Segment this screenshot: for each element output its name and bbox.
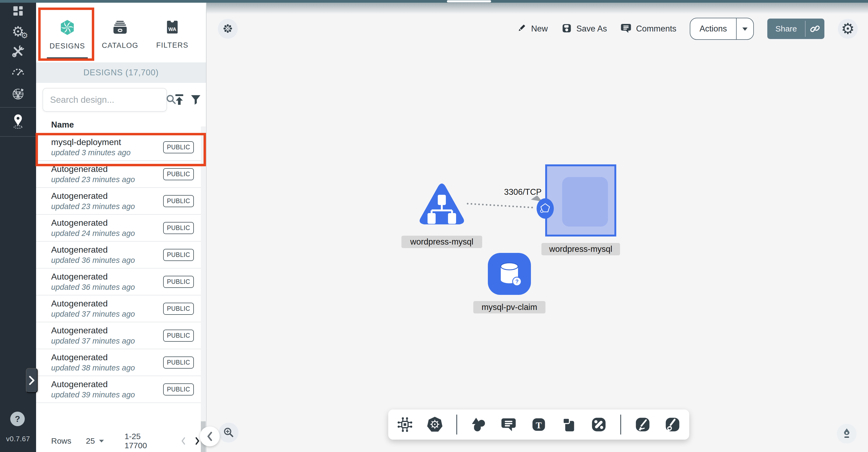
freehand-draw-tool-icon[interactable] bbox=[634, 416, 651, 433]
port-badge-icon[interactable] bbox=[536, 197, 554, 221]
performance-gauge-icon[interactable] bbox=[0, 64, 36, 79]
design-list-item[interactable]: Autogenerated updated 38 minutes ago PUB… bbox=[36, 349, 201, 376]
dock-divider bbox=[620, 415, 621, 434]
save-as-label: Save As bbox=[577, 24, 607, 34]
prev-page-icon[interactable] bbox=[180, 437, 187, 445]
edge-wordpress-to-deployment bbox=[468, 204, 535, 208]
chevron-left-icon bbox=[206, 431, 214, 442]
node-pvc-mysql-pv-claim[interactable]: ? bbox=[488, 253, 531, 295]
comment-tool-icon[interactable] bbox=[500, 416, 518, 433]
comments-label: Comments bbox=[636, 24, 676, 34]
publish-upload-icon[interactable] bbox=[172, 93, 186, 106]
comment-icon bbox=[620, 23, 631, 35]
notes-tool-icon[interactable] bbox=[560, 416, 578, 433]
design-list-item[interactable]: Autogenerated updated 36 minutes ago PUB… bbox=[36, 268, 201, 295]
design-list-item[interactable]: Autogenerated updated 37 minutes ago PUB… bbox=[36, 295, 201, 322]
list-scrollbar-track[interactable] bbox=[201, 126, 206, 452]
rows-label: Rows bbox=[51, 437, 71, 446]
lifecycle-gears-icon[interactable]: ⚙ ⚙ bbox=[0, 24, 36, 39]
design-name: Autogenerated bbox=[51, 218, 163, 228]
design-list-item[interactable]: Autogenerated updated 24 minutes ago PUB… bbox=[36, 215, 201, 241]
tab-filters[interactable]: WA FILTERS bbox=[146, 8, 199, 61]
design-list-item[interactable]: Autogenerated updated 37 minutes ago PUB… bbox=[36, 322, 201, 349]
visibility-badge: PUBLIC bbox=[163, 356, 194, 368]
zoom-in-icon bbox=[222, 426, 235, 439]
design-name: Autogenerated bbox=[51, 326, 163, 335]
visibility-badge: PUBLIC bbox=[163, 222, 194, 234]
rail-divider bbox=[0, 107, 36, 108]
top-scrollbar[interactable] bbox=[0, 0, 868, 3]
design-updated: updated 23 minutes ago bbox=[51, 202, 163, 211]
left-nav-rail: ⚙ ⚙ bbox=[0, 0, 36, 452]
comments-button[interactable]: Comments bbox=[620, 23, 676, 35]
database-icon: ? bbox=[494, 258, 525, 290]
design-search-box bbox=[42, 88, 167, 112]
design-name: Autogenerated bbox=[51, 245, 163, 255]
design-name: Autogenerated bbox=[51, 352, 163, 362]
visibility-badge: PUBLIC bbox=[163, 330, 194, 342]
mesh-dots-icon bbox=[222, 23, 234, 35]
settings-button[interactable]: ⚙ bbox=[838, 19, 858, 39]
wasm-filter-icon: WA bbox=[164, 20, 180, 36]
node-label-pvc: mysql-pv-claim bbox=[473, 301, 546, 314]
design-canvas[interactable]: New Save As Comments Actions Share bbox=[207, 0, 868, 452]
extensions-mesh-icon[interactable] bbox=[0, 86, 36, 102]
gear-icon: ⚙ bbox=[841, 21, 855, 36]
node-deployment-wordpress-mysql[interactable] bbox=[545, 164, 616, 236]
tab-designs[interactable]: DESIGNS bbox=[41, 8, 94, 61]
panel-header: DESIGNS (17,700) bbox=[36, 62, 206, 83]
link-edge-tool-icon[interactable] bbox=[590, 416, 608, 433]
svg-text:?: ? bbox=[515, 279, 519, 284]
design-updated: updated 36 minutes ago bbox=[51, 283, 163, 292]
actions-label: Actions bbox=[690, 18, 736, 39]
text-tool-icon[interactable]: T bbox=[530, 416, 547, 433]
save-as-button[interactable]: Save As bbox=[561, 23, 607, 35]
design-name: Autogenerated bbox=[51, 191, 163, 201]
components-circuit-icon[interactable] bbox=[396, 416, 413, 433]
sketch-pencil-tool-icon[interactable] bbox=[664, 416, 681, 433]
kanvas-pin-icon[interactable] bbox=[0, 113, 36, 130]
copy-link-icon[interactable] bbox=[806, 19, 825, 39]
tool-dock: T bbox=[388, 410, 689, 440]
edge-port-label: 3306/TCP bbox=[492, 187, 554, 197]
new-button[interactable]: New bbox=[516, 23, 548, 35]
node-service-wordpress-mysql[interactable] bbox=[417, 181, 466, 228]
collapse-panel-button[interactable] bbox=[200, 426, 220, 446]
new-label: New bbox=[531, 24, 548, 34]
share-label: Share bbox=[767, 19, 805, 39]
rows-per-page-select[interactable]: 25 bbox=[86, 437, 104, 446]
active-tab-underline bbox=[47, 57, 88, 59]
mesh-infrastructure-button[interactable] bbox=[218, 19, 238, 39]
svg-text:WA: WA bbox=[168, 26, 176, 32]
designs-panel: DESIGNS CATALOG WA FILTERS DESIGNS (17,7… bbox=[36, 0, 207, 452]
design-list-item[interactable]: mysql-deployment updated 3 minutes ago P… bbox=[36, 134, 201, 161]
design-list-item[interactable]: Autogenerated updated 23 minutes ago PUB… bbox=[36, 161, 201, 188]
actions-button[interactable]: Actions bbox=[690, 18, 754, 40]
design-list-item[interactable]: Autogenerated updated 23 minutes ago PUB… bbox=[36, 188, 201, 215]
visibility-badge: PUBLIC bbox=[163, 141, 194, 153]
share-button[interactable]: Share bbox=[767, 19, 825, 39]
actions-dropdown-caret[interactable] bbox=[737, 18, 753, 39]
design-list-item[interactable]: Autogenerated updated 36 minutes ago PUB… bbox=[36, 241, 201, 268]
design-name: Autogenerated bbox=[51, 379, 163, 389]
dashboard-icon[interactable] bbox=[0, 4, 36, 19]
shapes-tool-icon[interactable] bbox=[470, 416, 487, 433]
help-button[interactable]: ? bbox=[10, 412, 25, 426]
node-label-deployment: wordpress-mysql bbox=[541, 243, 620, 255]
column-header-name: Name bbox=[51, 120, 74, 130]
visibility-badge: PUBLIC bbox=[163, 249, 194, 261]
design-name: Autogenerated bbox=[51, 299, 163, 309]
rail-divider bbox=[0, 136, 36, 137]
pen-mode-button[interactable] bbox=[837, 424, 857, 444]
tab-catalog[interactable]: CATALOG bbox=[94, 8, 147, 61]
top-scrollbar-thumb[interactable] bbox=[447, 0, 491, 2]
search-input[interactable] bbox=[50, 94, 165, 105]
zoom-in-button[interactable] bbox=[219, 423, 239, 443]
design-list-item[interactable]: Autogenerated updated 39 minutes ago PUB… bbox=[36, 376, 201, 403]
configuration-tools-icon[interactable] bbox=[0, 43, 36, 59]
expand-sidebar-button[interactable] bbox=[26, 368, 38, 393]
kubernetes-icon[interactable] bbox=[427, 416, 444, 433]
filter-funnel-icon[interactable] bbox=[189, 93, 203, 106]
tab-catalog-label: CATALOG bbox=[102, 41, 138, 50]
design-updated: updated 37 minutes ago bbox=[51, 310, 163, 319]
